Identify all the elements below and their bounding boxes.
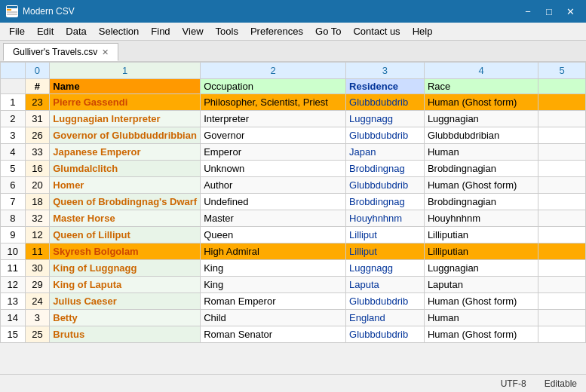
menu-tools[interactable]: Tools — [210, 23, 244, 40]
cell[interactable]: Luggnagg — [346, 260, 425, 277]
table-row[interactable]: 143BettyChildEnglandHuman — [1, 310, 586, 326]
cell[interactable]: Luggnagian — [424, 260, 538, 277]
cell[interactable]: Brobdingnag — [346, 161, 425, 177]
cell[interactable]: Glubbdubdrib — [346, 326, 425, 343]
col-header-3[interactable]: 3 — [346, 63, 425, 79]
cell[interactable]: Human (Ghost form) — [424, 326, 538, 343]
table-row[interactable]: 1011Skyresh BolgolamHigh AdmiralLilliput… — [1, 243, 586, 260]
menu-goto[interactable]: Go To — [309, 23, 347, 40]
cell[interactable]: 31 — [25, 111, 50, 127]
cell[interactable] — [538, 144, 586, 161]
cell[interactable]: Queen of Lilliput — [50, 227, 201, 243]
col-header-0[interactable]: 0 — [25, 63, 50, 79]
cell[interactable]: Houyhnhnm — [346, 210, 425, 227]
cell[interactable]: 18 — [25, 194, 50, 210]
cell[interactable]: Philosopher, Scientist, Priest — [201, 94, 346, 111]
table-row[interactable]: 1130King of LuggnaggKingLuggnaggLuggnagi… — [1, 260, 586, 277]
cell[interactable]: 20 — [25, 177, 50, 194]
cell[interactable]: Brobdingnagian — [424, 161, 538, 177]
cell[interactable]: Human (Ghost form) — [424, 177, 538, 194]
cell[interactable]: Unknown — [201, 161, 346, 177]
cell[interactable] — [538, 310, 586, 326]
col-header-2[interactable]: 2 — [201, 63, 346, 79]
cell[interactable]: Interpreter — [201, 111, 346, 127]
cell[interactable]: Laputan — [424, 277, 538, 293]
cell[interactable]: 26 — [25, 127, 50, 144]
table-row[interactable]: 231Luggnagian InterpreterInterpreterLugg… — [1, 111, 586, 127]
cell[interactable]: King of Laputa — [50, 277, 201, 293]
cell[interactable] — [538, 111, 586, 127]
cell[interactable]: Glubbdubdrib — [346, 127, 425, 144]
cell[interactable] — [538, 326, 586, 343]
cell[interactable] — [538, 161, 586, 177]
cell[interactable]: Master Horse — [50, 210, 201, 227]
cell[interactable]: 24 — [25, 293, 50, 310]
menu-selection[interactable]: Selection — [93, 23, 145, 40]
cell[interactable]: King — [201, 277, 346, 293]
menu-file[interactable]: File — [3, 23, 31, 40]
cell[interactable]: Governor — [201, 127, 346, 144]
cell[interactable]: Japanese Emperor — [50, 144, 201, 161]
cell[interactable]: Japan — [346, 144, 425, 161]
cell[interactable]: Brobdingnagian — [424, 194, 538, 210]
cell[interactable] — [538, 277, 586, 293]
menu-find[interactable]: Find — [145, 23, 176, 40]
menu-help[interactable]: Help — [407, 23, 439, 40]
cell[interactable]: England — [346, 310, 425, 326]
cell[interactable]: Lilliputian — [424, 227, 538, 243]
cell[interactable] — [538, 243, 586, 260]
col-header-5[interactable]: 5 — [538, 63, 586, 79]
cell[interactable] — [538, 94, 586, 111]
cell[interactable]: Queen of Brobdingnag's Dwarf — [50, 194, 201, 210]
cell[interactable]: Undefined — [201, 194, 346, 210]
cell[interactable]: Human (Ghost form) — [424, 293, 538, 310]
cell[interactable]: 33 — [25, 144, 50, 161]
cell[interactable] — [538, 177, 586, 194]
cell[interactable]: Julius Caeser — [50, 293, 201, 310]
cell[interactable]: Glubbdubdrib — [346, 94, 425, 111]
table-row[interactable]: 718Queen of Brobdingnag's DwarfUndefined… — [1, 194, 586, 210]
cell[interactable] — [538, 127, 586, 144]
table-row[interactable]: 912Queen of LilliputQueenLilliputLillipu… — [1, 227, 586, 243]
table-row[interactable]: 1324Julius CaeserRoman EmperorGlubbdubdr… — [1, 293, 586, 310]
cell[interactable]: Luggnagian — [424, 111, 538, 127]
cell[interactable]: Governor of Glubbduddribbian — [50, 127, 201, 144]
cell[interactable]: Master — [201, 210, 346, 227]
table-row[interactable]: 832Master HorseMasterHouyhnhnmHouyhnhnm — [1, 210, 586, 227]
cell[interactable]: Laputa — [346, 277, 425, 293]
cell[interactable]: Human — [424, 144, 538, 161]
table-row[interactable]: 620HomerAuthorGlubbdubdribHuman (Ghost f… — [1, 177, 586, 194]
cell[interactable]: Glumdalclitch — [50, 161, 201, 177]
spreadsheet-container[interactable]: 0 1 2 3 4 5 # Name Occupation Residence … — [0, 62, 586, 374]
cell[interactable] — [538, 227, 586, 243]
cell[interactable]: 32 — [25, 210, 50, 227]
cell[interactable]: Houyhnhnm — [424, 210, 538, 227]
table-row[interactable]: 1525BrutusRoman SenatorGlubbdubdribHuman… — [1, 326, 586, 343]
cell[interactable]: Glubbdubdrib — [346, 177, 425, 194]
cell[interactable] — [538, 293, 586, 310]
cell[interactable]: Brobdingnag — [346, 194, 425, 210]
cell[interactable]: High Admiral — [201, 243, 346, 260]
cell[interactable]: Queen — [201, 227, 346, 243]
menu-preferences[interactable]: Preferences — [244, 23, 309, 40]
table-row[interactable]: 433Japanese EmperorEmperorJapanHuman — [1, 144, 586, 161]
cell[interactable]: 29 — [25, 277, 50, 293]
cell[interactable]: Lilliput — [346, 227, 425, 243]
menu-data[interactable]: Data — [60, 23, 92, 40]
table-row[interactable]: 516GlumdalclitchUnknownBrobdingnagBrobdi… — [1, 161, 586, 177]
cell[interactable]: Emperor — [201, 144, 346, 161]
cell[interactable]: Human (Ghost form) — [424, 94, 538, 111]
cell[interactable]: Glubbdubdrib — [346, 293, 425, 310]
cell[interactable]: 3 — [25, 310, 50, 326]
menu-contactus[interactable]: Contact us — [347, 23, 406, 40]
cell[interactable]: Lilliputian — [424, 243, 538, 260]
cell[interactable]: Lilliput — [346, 243, 425, 260]
minimize-button[interactable]: − — [518, 4, 538, 19]
cell[interactable]: Pierre Gassendi — [50, 94, 201, 111]
col-header-1[interactable]: 1 — [50, 63, 201, 79]
cell[interactable]: 16 — [25, 161, 50, 177]
cell[interactable]: Skyresh Bolgolam — [50, 243, 201, 260]
cell[interactable]: Roman Emperor — [201, 293, 346, 310]
tab-close-button[interactable]: ✕ — [102, 47, 109, 57]
maximize-button[interactable]: □ — [539, 4, 559, 19]
